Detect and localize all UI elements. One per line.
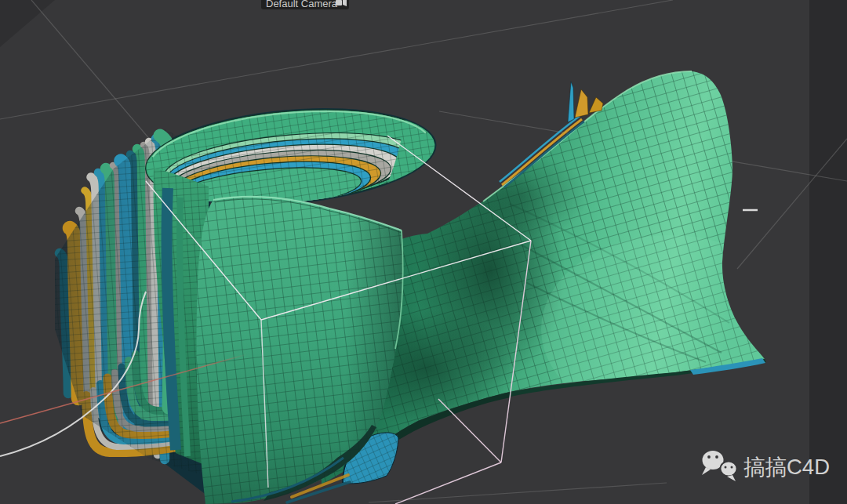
svg-text:Default Camera: Default Camera bbox=[266, 0, 338, 9]
svg-text:搞搞C4D: 搞搞C4D bbox=[743, 455, 830, 479]
